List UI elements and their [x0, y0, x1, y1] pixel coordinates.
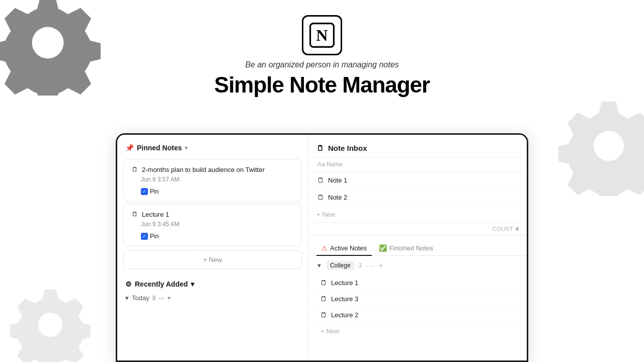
pinned-notes-label: Pinned Notes — [137, 144, 182, 152]
note-inbox-label: Note Inbox — [328, 144, 367, 152]
tabs-row: ⚠ Active Notes ✅ Finished Notes — [308, 235, 527, 256]
svg-text:N: N — [316, 26, 328, 44]
count-label: COUNT — [493, 226, 514, 232]
inbox-row-1[interactable]: 🗒 Note 2 — [309, 190, 526, 206]
today-row[interactable]: ▾ Today 8 ··· + — [117, 291, 308, 305]
pinned-note-title-1: 🗒 Lecture 1 — [131, 210, 294, 218]
college-note-row-1[interactable]: 🗒 Lecture 3 — [308, 291, 527, 307]
inbox-col-header: Aa Name — [309, 157, 526, 171]
count-value: 4 — [515, 226, 519, 232]
notes-new-button[interactable]: + New — [308, 323, 527, 339]
recently-gear-icon: ⚙ — [125, 280, 132, 288]
college-chevron: ▼ — [316, 262, 322, 268]
pinned-note-date-0: Jun 9 3:57 AM — [131, 176, 294, 183]
inbox-note-title-1: Note 2 — [328, 194, 347, 201]
notion-logo: N — [302, 15, 342, 55]
pinned-chevron: ▾ — [185, 145, 188, 151]
today-add[interactable]: + — [167, 294, 171, 302]
count-row: COUNT 4 — [308, 222, 527, 235]
college-note-icon-0: 🗒 — [320, 279, 327, 287]
college-note-row-0[interactable]: 🗒 Lecture 1 — [308, 275, 527, 291]
pinned-note-card-0[interactable]: 🗒 2-months plan to build audience on Twi… — [123, 159, 302, 202]
recently-added-header[interactable]: ⚙ Recently Added ▾ — [117, 273, 308, 291]
college-note-title-1: Lecture 3 — [331, 295, 358, 303]
inbox-table: Aa Name 🗒 Note 1 🗒 Note 2 — [308, 156, 527, 207]
inbox-note-title-0: Note 1 — [328, 176, 347, 184]
pinned-note-card-1[interactable]: 🗒 Lecture 1 Jun 9 3:45 AM ✓ Pin — [123, 204, 302, 246]
pin-badge-1[interactable]: ✓ Pin — [131, 233, 158, 240]
note-icon-0: 🗒 — [131, 165, 139, 173]
header: N Be an organized person in managing not… — [0, 0, 644, 108]
inbox-new-button[interactable]: + New — [308, 207, 527, 222]
note-icon-1: 🗒 — [131, 210, 139, 218]
pin-checkbox-0[interactable]: ✓ — [141, 188, 148, 195]
inbox-icon: 🗒 — [316, 144, 324, 152]
today-label: Today — [132, 294, 149, 302]
today-dots[interactable]: ··· — [158, 294, 164, 302]
college-note-title-2: Lecture 2 — [331, 311, 358, 319]
pinned-new-label: + New — [203, 256, 222, 263]
tab-finished-notes[interactable]: ✅ Finished Notes — [374, 241, 438, 256]
finished-notes-label: Finished Notes — [389, 244, 433, 252]
college-add[interactable]: + — [379, 261, 383, 269]
note-inbox-header: 🗒 Note Inbox — [308, 135, 527, 152]
tab-active-notes[interactable]: ⚠ Active Notes — [316, 241, 372, 256]
inbox-note-icon-0: 🗒 — [317, 176, 324, 184]
pinned-note-date-1: Jun 9 3:45 AM — [131, 221, 294, 228]
finished-notes-icon: ✅ — [379, 244, 387, 252]
notes-new-label: + New — [320, 327, 339, 335]
active-notes-icon: ⚠ — [321, 244, 328, 252]
pin-badge-0[interactable]: ✓ Pin — [131, 188, 158, 195]
today-count: 8 — [152, 295, 156, 302]
gear-bg-bottom-left — [10, 285, 91, 362]
gear-bg-right — [558, 96, 644, 217]
college-group-header[interactable]: ▼ College 3 ··· + — [308, 256, 527, 275]
right-panel: 🗒 Note Inbox Aa Name 🗒 Note 1 🗒 — [308, 135, 527, 360]
pin-checkbox-1[interactable]: ✓ — [141, 233, 148, 240]
college-dots[interactable]: ··· — [366, 261, 375, 269]
app-window: 📌 Pinned Notes ▾ 🗒 2-months plan to buil… — [116, 133, 528, 362]
header-tagline: Be an organized person in managing notes — [0, 60, 644, 69]
pinned-new-button[interactable]: + New — [123, 250, 302, 269]
recently-chevron: ▾ — [191, 280, 194, 288]
recently-added-label: Recently Added — [135, 280, 188, 288]
today-chevron: ▾ — [125, 294, 129, 302]
active-notes-label: Active Notes — [330, 244, 367, 252]
pinned-note-title-0: 🗒 2-months plan to build audience on Twi… — [131, 165, 294, 173]
inbox-row-0[interactable]: 🗒 Note 1 — [309, 172, 526, 189]
college-note-icon-2: 🗒 — [320, 311, 327, 319]
college-note-icon-1: 🗒 — [320, 295, 327, 303]
college-count: 3 — [359, 262, 362, 269]
pin-icon: 📌 — [125, 144, 134, 152]
pinned-notes-header[interactable]: 📌 Pinned Notes ▾ — [117, 135, 308, 157]
college-note-row-2[interactable]: 🗒 Lecture 2 — [308, 307, 527, 323]
header-title: Simple Note Manager — [0, 72, 644, 98]
college-tag: College — [326, 261, 355, 270]
inbox-new-label: + New — [316, 211, 335, 218]
inbox-note-icon-1: 🗒 — [317, 194, 324, 201]
left-panel: 📌 Pinned Notes ▾ 🗒 2-months plan to buil… — [117, 135, 308, 360]
college-note-title-0: Lecture 1 — [331, 279, 358, 287]
